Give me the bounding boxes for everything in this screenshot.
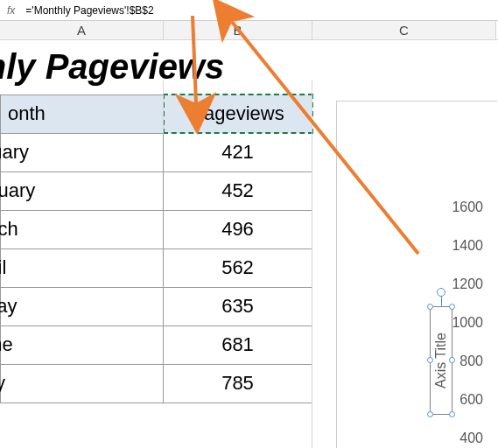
title-row: nthly Pageviews	[0, 40, 498, 94]
resize-handle-icon[interactable]	[427, 357, 433, 363]
resize-handle-icon[interactable]	[427, 411, 433, 417]
cell-pageviews[interactable]: 785	[164, 364, 312, 402]
sheet-title: nthly Pageviews	[0, 47, 224, 87]
header-month[interactable]: onth	[1, 94, 164, 133]
table-row[interactable]: uly 785	[1, 364, 312, 402]
formula-bar: fx	[0, 0, 498, 21]
data-table: onth Pageviews nuary 421 bruary 452 arch…	[0, 94, 313, 403]
axis-tick: 1400	[452, 238, 483, 276]
cell-pageviews[interactable]: 421	[164, 133, 312, 172]
table-row[interactable]: arch 496	[1, 210, 312, 248]
resize-handle-icon[interactable]	[449, 411, 455, 417]
cell-month[interactable]: pril	[1, 248, 164, 287]
column-header-a[interactable]: A	[0, 21, 164, 39]
axis-title-text[interactable]: Axis Title	[433, 332, 449, 388]
resize-handle-icon[interactable]	[449, 304, 455, 310]
axis-tick: 1200	[452, 276, 483, 315]
grid-divider	[163, 80, 164, 134]
column-header-c[interactable]: C	[312, 21, 496, 39]
cell-pageviews[interactable]: 635	[164, 287, 312, 326]
axis-tick: 400	[452, 430, 483, 448]
y-axis-ticks: 1600 1400 1200 1000 800 600 400 200	[452, 200, 483, 448]
resize-handle-icon[interactable]	[427, 304, 433, 310]
rotate-connector	[441, 295, 442, 307]
table-row[interactable]: nuary 421	[1, 133, 312, 172]
table-row[interactable]: pril 562	[1, 248, 312, 287]
cell-pageviews[interactable]: 452	[164, 172, 312, 210]
cell-month[interactable]: nuary	[1, 133, 164, 172]
cell-pageviews[interactable]: 496	[164, 210, 312, 248]
formula-input[interactable]	[25, 4, 498, 17]
chart-area[interactable]: 1600 1400 1200 1000 800 600 400 200 Axis…	[336, 101, 497, 448]
cell-pageviews[interactable]: 562	[164, 248, 312, 287]
header-pageviews[interactable]: Pageviews	[164, 94, 312, 133]
cell-month[interactable]: arch	[1, 210, 164, 248]
cell-month[interactable]: bruary	[1, 172, 164, 210]
table-row[interactable]: une 681	[1, 326, 312, 364]
axis-tick: 800	[452, 354, 483, 392]
rotate-handle-icon[interactable]	[437, 288, 445, 297]
grid-divider	[312, 80, 312, 448]
fx-label: fx	[7, 4, 15, 17]
column-headers: A B C	[0, 21, 498, 40]
cell-pageviews[interactable]: 681	[164, 326, 312, 364]
cell-month[interactable]: une	[1, 326, 164, 364]
axis-tick: 600	[452, 392, 483, 430]
worksheet-area[interactable]: nthly Pageviews onth Pageviews nuary 421…	[0, 40, 498, 403]
table-row[interactable]: May 635	[1, 287, 312, 326]
axis-tick: 1600	[452, 200, 483, 238]
axis-title-box[interactable]: Axis Title	[430, 306, 452, 415]
cell-month[interactable]: May	[1, 287, 164, 326]
table-row[interactable]: bruary 452	[1, 172, 312, 210]
resize-handle-icon[interactable]	[449, 357, 455, 363]
cell-month[interactable]: uly	[1, 364, 164, 402]
axis-tick: 1000	[452, 315, 483, 354]
column-header-b[interactable]: B	[164, 21, 312, 39]
table-header-row: onth Pageviews	[1, 94, 312, 133]
